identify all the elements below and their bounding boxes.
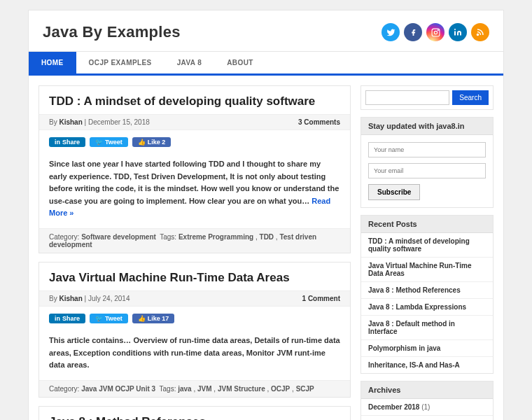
category-link[interactable]: Java JVM OCJP Unit 3	[81, 385, 155, 393]
svg-point-1	[434, 31, 437, 34]
post: TDD : A mindset of developing quality so…	[38, 85, 351, 253]
archives-widget: Archives December 2018 (1) July 2014 (1)…	[360, 381, 493, 420]
share-row: inShare 🐦Tweet 👍Like 17	[39, 307, 350, 330]
tag-link[interactable]: SCJP	[296, 385, 314, 393]
search-input[interactable]	[365, 90, 449, 105]
twitter-icon[interactable]	[382, 23, 400, 41]
post-meta: By Kishan | July 24, 2014 1 Comment	[39, 290, 350, 307]
tag-link[interactable]: JVM	[197, 385, 212, 393]
search-button[interactable]: Search	[452, 90, 489, 105]
main-nav: HOME OCJP EXAMPLES JAVA 8 ABOUT	[29, 51, 503, 76]
linkedin-icon[interactable]	[449, 23, 467, 41]
archive-link[interactable]: December 2018 (1)	[361, 399, 493, 416]
post-excerpt: Since last one year I have started follo…	[39, 154, 350, 228]
post-date: July 24, 2014	[88, 295, 130, 302]
recent-post-link[interactable]: Polymorphism in java	[361, 340, 493, 357]
recent-posts-widget: Recent Posts TDD : A mindset of developi…	[360, 215, 493, 374]
tag-link[interactable]: OCJP	[271, 385, 290, 393]
instagram-icon[interactable]	[426, 23, 444, 41]
post: Java 8 : Method References By Kishan | A…	[38, 406, 351, 420]
facebook-icon[interactable]	[404, 23, 422, 41]
recent-post-link[interactable]: Java 8 : Method References	[361, 282, 493, 299]
svg-point-3	[477, 34, 479, 36]
subscribe-email-input[interactable]	[368, 163, 486, 178]
widget-title: Archives	[361, 382, 493, 399]
nav-ocjp[interactable]: OCJP EXAMPLES	[76, 52, 164, 74]
post-comments[interactable]: 3 Comments	[298, 118, 340, 126]
rss-icon[interactable]	[471, 23, 489, 41]
nav-home[interactable]: HOME	[29, 52, 76, 74]
share-twitter-button[interactable]: 🐦Tweet	[90, 314, 128, 323]
post: Java Virtual Machine Run-Time Data Areas…	[38, 262, 351, 398]
subscribe-button[interactable]: Subscribe	[368, 184, 420, 200]
archive-link[interactable]: July 2014 (1)	[361, 416, 493, 420]
post-author[interactable]: Kishan	[59, 295, 82, 302]
svg-point-2	[438, 29, 438, 30]
social-links	[382, 23, 489, 41]
subscribe-name-input[interactable]	[368, 142, 486, 158]
recent-post-link[interactable]: Java 8 : Default method in Interface	[361, 316, 493, 340]
search-widget: Search	[360, 85, 493, 110]
share-twitter-button[interactable]: 🐦Tweet	[90, 137, 128, 147]
recent-post-link[interactable]: Inheritance, IS-A and Has-A	[361, 357, 493, 373]
share-linkedin-button[interactable]: inShare	[49, 314, 85, 323]
post-title[interactable]: Java Virtual Machine Run-Time Data Areas	[39, 262, 350, 290]
share-facebook-button[interactable]: 👍Like 2	[132, 137, 172, 147]
main-content: TDD : A mindset of developing quality so…	[38, 85, 351, 420]
recent-post-link[interactable]: Java 8 : Lambda Expressions	[361, 299, 493, 316]
nav-java8[interactable]: JAVA 8	[164, 52, 215, 74]
widget-title: Recent Posts	[361, 216, 493, 233]
widget-title: Stay updated with java8.in	[361, 118, 493, 135]
category-link[interactable]: Software development	[81, 233, 156, 241]
post-title[interactable]: Java 8 : Method References	[39, 407, 350, 420]
sidebar: Search Stay updated with java8.in Subscr…	[360, 85, 493, 420]
site-title[interactable]: Java By Examples	[43, 23, 181, 41]
post-categories: Category: Java JVM OCJP Unit 3 Tags: jav…	[39, 380, 350, 397]
subscribe-widget: Stay updated with java8.in Subscribe	[360, 117, 493, 208]
tag-link[interactable]: TDD	[260, 233, 274, 241]
post-title[interactable]: TDD : A mindset of developing quality so…	[39, 86, 350, 114]
post-date: December 15, 2018	[88, 118, 150, 126]
tag-link[interactable]: java	[178, 385, 191, 393]
share-facebook-button[interactable]: 👍Like 17	[132, 314, 175, 323]
post-meta: By Kishan | December 15, 2018 3 Comments	[39, 114, 350, 130]
nav-about[interactable]: ABOUT	[214, 52, 266, 74]
post-comments[interactable]: 1 Comment	[302, 295, 340, 302]
tag-link[interactable]: Extreme Programming	[178, 233, 253, 241]
recent-post-link[interactable]: TDD : A mindset of developing quality so…	[361, 233, 493, 258]
share-linkedin-button[interactable]: inShare	[49, 137, 85, 147]
recent-post-link[interactable]: Java Virtual Machine Run-Time Data Areas	[361, 258, 493, 282]
tag-link[interactable]: JVM Structure	[218, 385, 265, 393]
post-categories: Category: Software development Tags: Ext…	[39, 228, 350, 253]
post-excerpt: This article contains… Overview of run-t…	[39, 330, 350, 380]
post-author[interactable]: Kishan	[59, 118, 82, 126]
share-row: inShare 🐦Tweet 👍Like 2	[39, 130, 350, 154]
